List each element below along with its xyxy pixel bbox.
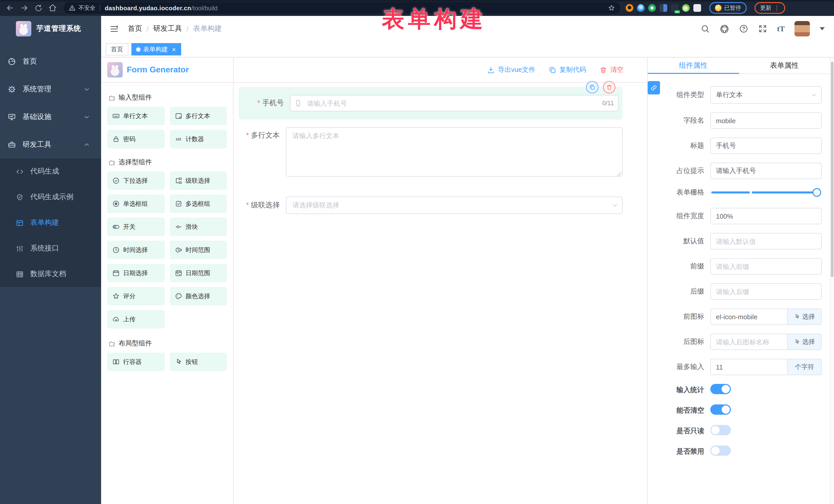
palette-item-date-picker[interactable]: 日期选择 (107, 264, 164, 282)
tag-home[interactable]: 首页 (106, 43, 128, 56)
breadcrumb-home[interactable]: 首页 (128, 24, 142, 34)
drawing-item-mobile[interactable]: 手机号 0/11 (239, 87, 622, 119)
extension-icon[interactable] (682, 4, 690, 12)
form-grid-slider[interactable] (711, 192, 817, 194)
browser-forward-icon[interactable] (20, 4, 29, 12)
sidebar-item-db-doc[interactable]: 数据库文档 (0, 261, 101, 287)
palette-item-slider[interactable]: 滑块 (170, 218, 227, 236)
palette-item-select[interactable]: 下拉选择 (107, 171, 164, 190)
palette-item-button[interactable]: 按钮 (170, 353, 227, 371)
sidebar-item-system[interactable]: 系统管理 (0, 75, 101, 103)
sidebar-item-api[interactable]: 系统接口 (0, 236, 101, 261)
palette-item-textarea[interactable]: 多行文本 (170, 107, 227, 125)
extensions-puzzle-icon[interactable] (694, 4, 701, 12)
palette-item-password[interactable]: 密码 (107, 130, 164, 148)
profile-paused-badge[interactable]: 已暂停 (709, 2, 747, 14)
palette-item-switch[interactable]: 开关 (107, 218, 164, 236)
tag-form-builder[interactable]: 表单构建 × (131, 43, 181, 56)
extension-icon[interactable] (671, 4, 679, 12)
palette-item-date-range[interactable]: 日期范围 (170, 264, 227, 282)
tab-form-props[interactable]: 表单属性 (739, 58, 830, 73)
component-width-input[interactable] (710, 208, 822, 224)
page-scrollbar[interactable] (830, 58, 834, 504)
post-icon-input[interactable] (710, 334, 788, 350)
pick-icon-button[interactable]: 选择 (788, 308, 822, 325)
char-counter: 0/11 (602, 100, 614, 107)
close-icon[interactable]: × (172, 46, 176, 52)
palette-item-time-picker[interactable]: 时间选择 (107, 241, 164, 259)
duplicate-item-button[interactable] (586, 81, 598, 93)
suffix-input[interactable] (710, 283, 822, 300)
prefix-input[interactable] (710, 258, 822, 275)
prop-label: 字段名 (651, 116, 710, 125)
button-label: 导出vue文件 (498, 65, 535, 74)
copy-code-button[interactable]: 复制代码 (549, 65, 586, 74)
palette-item-row-container[interactable]: 行容器 (107, 353, 164, 371)
fullscreen-icon[interactable] (758, 24, 767, 34)
extension-icon[interactable] (626, 4, 633, 12)
pre-icon-input[interactable] (710, 308, 788, 325)
toggle-disabled[interactable] (710, 445, 731, 456)
title-input[interactable] (710, 137, 822, 154)
palette-item-cascader[interactable]: 级联选择 (170, 171, 227, 190)
palette-item-counter[interactable]: 123计数器 (170, 130, 227, 148)
pick-icon-button[interactable]: 选择 (788, 334, 822, 350)
user-menu-caret-icon[interactable] (820, 27, 825, 30)
browser-menu-icon[interactable]: ⋮ (774, 5, 780, 11)
toggle-readonly[interactable] (710, 425, 731, 435)
toggle-input-statistics[interactable] (710, 384, 731, 394)
palette-item-time-range[interactable]: 时间范围 (170, 241, 227, 259)
resize-handle[interactable] (617, 172, 621, 176)
security-label[interactable]: 不安全 (79, 4, 95, 12)
max-length-input[interactable] (710, 359, 788, 375)
tab-component-props[interactable]: 组件属性 (648, 58, 739, 73)
hamburger-icon[interactable] (109, 24, 119, 34)
slider-handle[interactable] (812, 188, 821, 197)
sidebar-item-devtools[interactable]: 研发工具 (0, 131, 101, 159)
field-name-input[interactable] (710, 112, 822, 129)
extension-icon[interactable] (648, 4, 656, 12)
extension-icon[interactable] (637, 4, 644, 12)
drawing-item-cascader[interactable]: 级联选择 请选择级联选择 (239, 197, 622, 214)
export-vue-button[interactable]: 导出vue文件 (487, 65, 535, 74)
github-icon[interactable] (720, 24, 729, 34)
palette-item-single-text[interactable]: 单行文本 (107, 107, 164, 125)
toggle-clearable[interactable] (710, 404, 731, 415)
sidebar-item-codegen[interactable]: 代码生成 (0, 159, 101, 184)
drawing-item-textarea[interactable]: 多行文本 (239, 127, 622, 179)
link-icon[interactable] (648, 81, 660, 94)
browser-home-icon[interactable] (48, 4, 57, 12)
search-icon[interactable] (701, 24, 710, 34)
sidebar-item-home[interactable]: 首页 (0, 48, 101, 75)
palette-item-checkbox-group[interactable]: 多选框组 (170, 195, 227, 213)
app-logo-row[interactable]: 芋道管理系统 (0, 16, 101, 42)
clear-button[interactable]: 清空 (599, 65, 623, 74)
scrollbar-thumb[interactable] (831, 62, 833, 277)
component-type-select[interactable]: 单行文本 (710, 86, 822, 104)
placeholder-input[interactable] (710, 163, 822, 179)
multiline-textarea[interactable] (286, 127, 622, 177)
browser-refresh-icon[interactable] (35, 4, 43, 12)
user-avatar[interactable] (794, 21, 810, 37)
default-value-input[interactable] (710, 233, 822, 249)
cascader-select[interactable]: 请选择级联选择 (286, 197, 622, 214)
palette-item-color-picker[interactable]: 颜色选择 (170, 287, 227, 305)
section-title: 选择型组件 (118, 158, 152, 167)
font-size-icon[interactable]: tT (777, 24, 785, 33)
address-bar[interactable]: 不安全 dashboard.yudao.iocoder.cn/tool/buil… (64, 2, 620, 14)
extension-icon[interactable] (659, 4, 667, 12)
mobile-input[interactable] (290, 95, 618, 111)
palette-item-rate[interactable]: 评分 (107, 287, 164, 305)
palette-item-radio-group[interactable]: 单选框组 (107, 195, 164, 213)
help-icon[interactable] (739, 24, 748, 34)
sidebar-item-codegen-example[interactable]: 代码生成示例 (0, 184, 101, 210)
palette-item-upload[interactable]: 上传 (107, 310, 164, 328)
prop-label: 组件宽度 (651, 212, 710, 221)
delete-item-button[interactable] (603, 81, 615, 93)
browser-back-icon[interactable] (6, 4, 14, 12)
sidebar-item-infra[interactable]: 基础设施 (0, 103, 101, 131)
breadcrumb-devtools[interactable]: 研发工具 (153, 24, 182, 34)
chrome-update-button[interactable]: 更新⋮ (754, 2, 785, 14)
bookmark-star-icon[interactable] (608, 4, 615, 12)
sidebar-item-form-builder[interactable]: 表单构建 (0, 210, 101, 236)
